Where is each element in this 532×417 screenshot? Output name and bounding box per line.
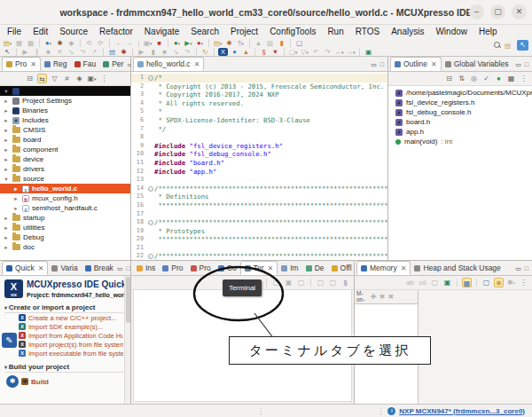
chevron-right-icon[interactable]: ▸ (3, 244, 10, 251)
menu-item-configtools[interactable]: ConfigTools (270, 27, 316, 36)
coverage-icon[interactable]: ▣▾ (143, 39, 153, 47)
tab-varia[interactable]: Varia (48, 261, 81, 275)
chevron-right-icon[interactable]: ▸ (12, 205, 20, 212)
fold-icon[interactable]: − (148, 254, 153, 259)
refresh-icon[interactable]: ↻ (200, 48, 210, 56)
stop-group-icon[interactable]: ■ (160, 48, 169, 56)
tree-item-project-settings[interactable]: ▸Project Settings (0, 96, 130, 106)
link-icon[interactable]: § (259, 48, 269, 56)
tree-item-component[interactable]: ▸component (0, 145, 130, 154)
redo-icon[interactable]: ⟳ (96, 39, 106, 47)
outline-item[interactable]: #fsl_device_registers.h (388, 98, 532, 107)
probe-discovery-icon[interactable]: ●▾ (43, 39, 53, 47)
maximize-icon[interactable]: □ (525, 61, 528, 68)
tab-per[interactable]: Per (99, 57, 127, 71)
timer-icon[interactable]: ▮ (277, 39, 286, 47)
minimize-icon[interactable]: ▭ (515, 265, 521, 272)
menu-item-edit[interactable]: Edit (33, 27, 48, 36)
undo-icon[interactable]: ⟲ (84, 39, 94, 47)
quickstart-item-import-from-application-code-hub[interactable]: XImport from Application Code Hub... (4, 331, 123, 340)
terminal-settings-icon[interactable]: § (340, 278, 350, 287)
tree-item-mcux-config-h[interactable]: ▸hmcux_config.h (0, 193, 130, 203)
run-icon[interactable]: ▶▾ (184, 39, 193, 47)
tab-reg[interactable]: Reg (41, 57, 71, 71)
stack-usage-icon[interactable]: ▥ (265, 39, 275, 47)
pause-group-icon[interactable]: ▮ (148, 48, 158, 56)
section-header-create-or-import-a-project[interactable]: ▾ Create or import a project (4, 303, 123, 313)
tab-pro[interactable]: Pro (187, 261, 215, 275)
clean-icon[interactable]: ◆ (66, 39, 76, 47)
quickstart-item-import-executable-from-file-system[interactable]: XImport executable from file system (4, 349, 123, 358)
code-area[interactable]: 1−/*2 * Copyright (c) 2013 - 2015, Frees… (131, 72, 387, 260)
maximize-icon[interactable]: □ (127, 265, 130, 272)
tab-heap-and-stack-usage[interactable]: Heap and Stack Usage (411, 261, 504, 275)
close-button[interactable]: ✕ (512, 4, 527, 20)
tab-im[interactable]: Im (278, 261, 301, 275)
menu-item-refactor[interactable]: Refactor (99, 27, 133, 36)
tab-de[interactable]: De (302, 261, 328, 275)
profile-icon[interactable]: ●▾ (195, 39, 205, 47)
x-filter-icon[interactable]: ▣▾ (87, 74, 97, 83)
hide-static-icon[interactable]: ✓ (481, 74, 491, 83)
tab-pro[interactable]: Pro (159, 261, 186, 275)
close-icon[interactable]: ✕ (194, 60, 200, 68)
view-menu-icon[interactable]: ⋮ (99, 74, 109, 83)
minimize-icon[interactable]: ▭ (371, 61, 377, 68)
outline-item[interactable]: #app.h (388, 127, 532, 137)
menu-item-navigate[interactable]: Navigate (145, 27, 179, 36)
sort-icon[interactable]: ⇅ (457, 74, 466, 83)
tab-ins[interactable]: Ins (133, 261, 159, 275)
quickstart-item-create-a-new-c-c-project[interactable]: XCreate a new C/C++ project... (4, 313, 123, 322)
copy-icon[interactable]: ▢ (316, 278, 325, 287)
close-icon[interactable]: ✕ (431, 60, 437, 68)
tree-item-utilities[interactable]: ▸utilities (0, 223, 130, 232)
remove-all-monitors-icon[interactable]: ✖ (387, 293, 394, 301)
package-presentation-icon[interactable]: ◈ (74, 74, 84, 83)
resume-icon[interactable]: ▶ (20, 48, 30, 56)
fold-icon[interactable]: − (148, 75, 153, 81)
instr-step-icon[interactable]: ↘ (171, 48, 181, 56)
tab-hello-world-c[interactable]: hello_world.c✕ (133, 57, 204, 71)
step-over-icon[interactable]: ↷ (78, 48, 88, 56)
tree-item-semihost-hardfault-c[interactable]: ▸csemihost_hardfault.c (0, 203, 130, 213)
collapse-all-icon[interactable]: ⊟ (25, 74, 35, 83)
tab-quick[interactable]: Quick✕ (2, 261, 48, 275)
connect-icon[interactable]: ▣ (284, 278, 293, 287)
target-device-link[interactable]: NXP MCXN947* (frdmmcxn...3_core0) (399, 407, 525, 415)
maximize-icon[interactable]: □ (380, 61, 384, 68)
minimize-icon[interactable]: ▭ (515, 61, 521, 68)
tab-co[interactable]: Co (215, 261, 240, 275)
outline-collapse-all-icon[interactable]: ⊟ (444, 74, 454, 83)
menu-item-run[interactable]: Run (327, 27, 343, 36)
save-all-icon[interactable]: ▩ (26, 39, 35, 47)
step-return-icon[interactable]: ↗ (90, 48, 99, 56)
chevron-right-icon[interactable]: ▸ (3, 107, 10, 114)
instr-over-icon[interactable]: ↷ (183, 48, 192, 56)
trace-icon[interactable]: ▲ (254, 39, 263, 47)
tab-break[interactable]: Break (82, 261, 117, 275)
outline-item[interactable]: #fsl_debug_console.h (388, 107, 532, 117)
link-with-editor-icon[interactable]: ⇆ (37, 74, 47, 83)
outline-menu-icon[interactable]: ⋮ (519, 74, 528, 83)
search-icon[interactable] (489, 42, 498, 50)
tab-pro[interactable]: Pro✕ (2, 57, 41, 71)
tree-item-hello-world-c[interactable]: ▸chello_world.c (0, 184, 130, 193)
chevron-right-icon[interactable]: ▸ (12, 185, 20, 193)
maximize-button[interactable]: ▢ (490, 4, 505, 20)
open-perspective-icon[interactable]: ▤ (503, 42, 512, 50)
run-group-icon[interactable]: ▶ (137, 48, 146, 56)
bootloader-icon[interactable]: ▼ (270, 48, 280, 56)
minimize-icon[interactable]: ▭ (117, 265, 123, 272)
pin-editor-icon[interactable]: ▢▾ (288, 48, 298, 56)
remove-monitor-icon[interactable]: ✖ (379, 293, 386, 301)
outline-item[interactable]: main(void) : int (388, 137, 532, 146)
terminate-icon[interactable]: ■ (43, 48, 53, 56)
tab-offl[interactable]: Offl (328, 261, 356, 275)
tab-fau[interactable]: Fau (71, 57, 100, 71)
disconnect-terminal-icon[interactable]: ▢ (296, 278, 306, 287)
back-icon[interactable]: ← (113, 39, 123, 47)
quickstart-item-build[interactable]: ✱⚒Build (4, 375, 123, 388)
chevron-right-icon[interactable]: ▸ (3, 137, 10, 144)
chevron-right-icon[interactable]: ▸ (3, 166, 10, 173)
menu-item-file[interactable]: File (7, 27, 21, 36)
